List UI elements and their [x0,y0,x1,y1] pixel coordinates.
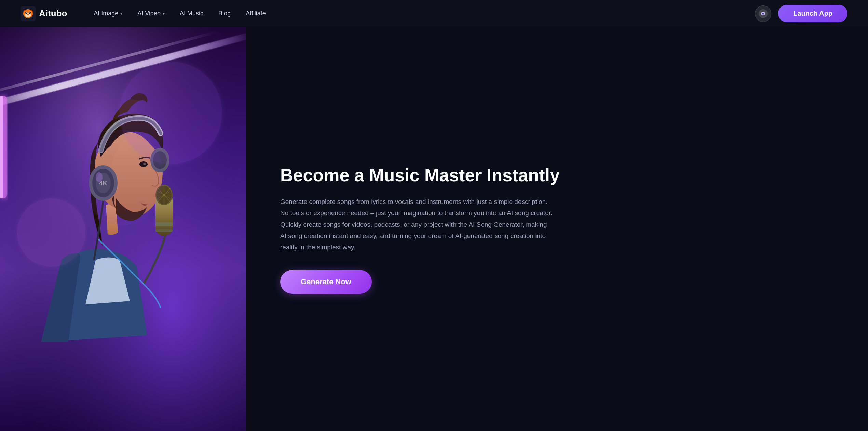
discord-button[interactable] [755,5,771,22]
svg-rect-43 [155,229,173,232]
nav-ai-music[interactable]: AI Music [174,7,209,20]
hero-musician-illustration: 4K [0,27,246,431]
navbar: Aitubo AI Image ▾ AI Video ▾ AI Music Bl… [0,0,868,27]
logo-icon [21,6,36,21]
chevron-down-icon: ▾ [163,11,165,16]
svg-rect-42 [155,222,173,226]
discord-icon [759,9,768,18]
nav-blog-label: Blog [218,10,231,17]
hero-content: Become a Music Master Instantly Generate… [246,27,868,431]
nav-ai-video-label: AI Video [137,10,161,17]
hero-section: 4K [0,27,868,431]
nav-right: Launch App [755,5,847,22]
svg-point-45 [120,62,222,164]
nav-affiliate-label: Affiliate [246,10,266,17]
nav-blog[interactable]: Blog [212,7,237,20]
logo[interactable]: Aitubo [21,6,67,21]
svg-point-46 [17,198,85,267]
nav-links: AI Image ▾ AI Video ▾ AI Music Blog Affi… [87,7,755,20]
nav-ai-image[interactable]: AI Image ▾ [87,7,128,20]
nav-ai-image-label: AI Image [94,10,118,17]
brand-name: Aitubo [39,8,67,19]
hero-image: 4K [0,27,246,431]
svg-point-6 [29,12,30,13]
svg-point-5 [26,12,27,13]
nav-ai-video[interactable]: AI Video ▾ [131,7,171,20]
generate-now-button[interactable]: Generate Now [280,270,372,294]
hero-title: Become a Music Master Instantly [280,165,827,186]
nav-affiliate[interactable]: Affiliate [240,7,272,20]
svg-rect-20 [0,96,3,198]
nav-ai-music-label: AI Music [180,10,203,17]
launch-app-button[interactable]: Launch App [778,5,847,22]
hero-description: Generate complete songs from lyrics to v… [280,196,554,253]
svg-point-9 [27,14,29,15]
chevron-down-icon: ▾ [120,11,122,16]
